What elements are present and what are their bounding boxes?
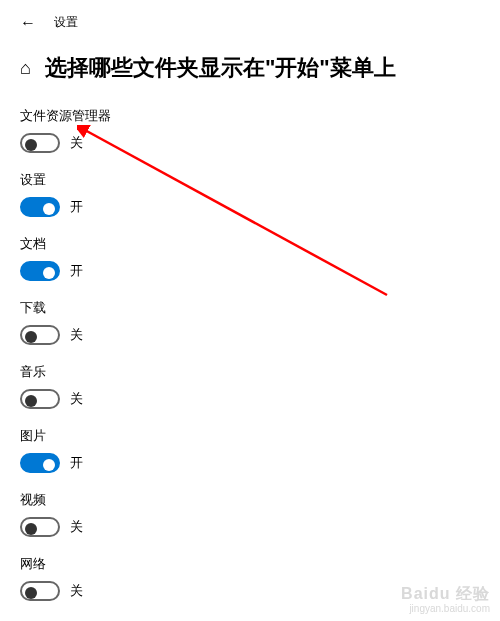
toggle-knob	[25, 139, 37, 151]
toggle-state-label: 开	[70, 198, 83, 216]
page-header: ⌂ 选择哪些文件夹显示在"开始"菜单上	[0, 31, 500, 93]
setting-label: 下载	[20, 299, 500, 317]
toggle-settings[interactable]	[20, 197, 60, 217]
settings-list: 文件资源管理器关设置开文档开下载关音乐关图片开视频关网络关个人文件夹关	[0, 93, 500, 621]
toggle-knob	[25, 587, 37, 599]
toggle-state-label: 关	[70, 582, 83, 600]
setting-item-downloads: 下载关	[20, 299, 500, 345]
page-title: 选择哪些文件夹显示在"开始"菜单上	[45, 53, 396, 83]
toggle-state-label: 关	[70, 326, 83, 344]
toggle-knob	[43, 267, 55, 279]
setting-label: 设置	[20, 171, 500, 189]
toggle-documents[interactable]	[20, 261, 60, 281]
watermark-line1: Baidu 经验	[401, 584, 490, 603]
toggle-knob	[43, 203, 55, 215]
toggle-state-label: 关	[70, 134, 83, 152]
setting-item-settings: 设置开	[20, 171, 500, 217]
toggle-knob	[25, 331, 37, 343]
setting-label: 图片	[20, 427, 500, 445]
toggle-file-explorer[interactable]	[20, 133, 60, 153]
setting-label: 文档	[20, 235, 500, 253]
toggle-pictures[interactable]	[20, 453, 60, 473]
setting-label: 网络	[20, 555, 500, 573]
setting-item-music: 音乐关	[20, 363, 500, 409]
toggle-row: 开	[20, 453, 500, 473]
toggle-state-label: 开	[70, 454, 83, 472]
toggle-knob	[43, 459, 55, 471]
setting-item-pictures: 图片开	[20, 427, 500, 473]
topbar: ← 设置	[0, 0, 500, 31]
toggle-state-label: 关	[70, 390, 83, 408]
toggle-knob	[25, 395, 37, 407]
setting-label: 音乐	[20, 363, 500, 381]
toggle-row: 开	[20, 261, 500, 281]
setting-item-videos: 视频关	[20, 491, 500, 537]
toggle-network[interactable]	[20, 581, 60, 601]
toggle-row: 开	[20, 197, 500, 217]
watermark-line2: jingyan.baidu.com	[401, 603, 490, 615]
setting-item-documents: 文档开	[20, 235, 500, 281]
toggle-state-label: 关	[70, 518, 83, 536]
toggle-knob	[25, 523, 37, 535]
setting-label: 视频	[20, 491, 500, 509]
toggle-row: 关	[20, 325, 500, 345]
toggle-state-label: 开	[70, 262, 83, 280]
toggle-row: 关	[20, 517, 500, 537]
toggle-videos[interactable]	[20, 517, 60, 537]
setting-label: 文件资源管理器	[20, 107, 500, 125]
toggle-downloads[interactable]	[20, 325, 60, 345]
setting-item-file-explorer: 文件资源管理器关	[20, 107, 500, 153]
topbar-title: 设置	[54, 14, 78, 31]
watermark: Baidu 经验 jingyan.baidu.com	[401, 584, 490, 615]
home-icon[interactable]: ⌂	[20, 59, 31, 77]
toggle-row: 关	[20, 133, 500, 153]
back-button[interactable]: ←	[20, 15, 36, 31]
toggle-row: 关	[20, 389, 500, 409]
toggle-music[interactable]	[20, 389, 60, 409]
